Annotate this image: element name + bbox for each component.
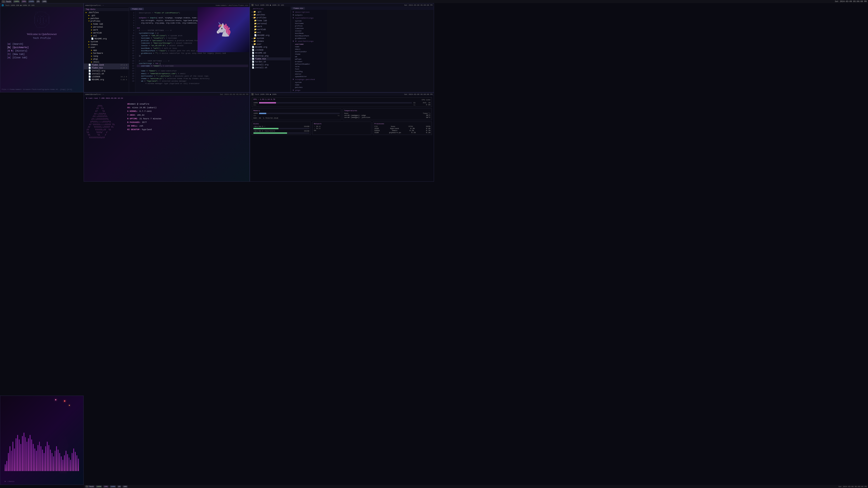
browser-menu-search[interactable]: [o] [Search] — [7, 43, 76, 45]
nf-arch-label: Y ARCH: — [127, 114, 136, 116]
q3-outline-user-theme[interactable]: theme — [291, 53, 327, 55]
q3-outline-user-username[interactable]: username — [291, 43, 327, 45]
q3-outline-sys-timezone[interactable]: timezone — [291, 27, 327, 30]
fm-item-pkgs[interactable]: ▶ pkgs — [84, 58, 129, 61]
fm-item-worklab[interactable]: ▶ worklab — [84, 31, 129, 34]
q3-tree-installsh[interactable]: 📄 install.sh — [250, 66, 290, 69]
browser-menu-closetab[interactable]: [x] [Close tab] — [7, 57, 76, 59]
temps-header: Name Temp(°) — [344, 112, 431, 114]
q3-outline-user-editor[interactable]: editor — [291, 73, 327, 75]
fm-item-wsl[interactable]: ▶ wsl — [84, 34, 129, 37]
fm-item-flakelock[interactable]: 📄 flake.lock 27.5 K — [84, 64, 129, 66]
q3-outline-sys-profile[interactable]: profile — [291, 25, 327, 27]
fm-item-readme1[interactable]: 📄 README.org — [84, 37, 129, 40]
fm-item-themes[interactable]: ▶ themes — [84, 43, 129, 46]
q3-tree-desktoppng[interactable]: 📄 desktop.png — [250, 55, 290, 57]
q3-outline-user-wm[interactable]: wm — [291, 55, 327, 58]
q3-outline-user-dotfiles[interactable]: dotfilesDir — [291, 51, 327, 53]
q3-tree-system-dir[interactable]: ▶📁 system — [250, 37, 290, 40]
q3-tree-git[interactable]: ▶📁 .git — [250, 10, 290, 13]
q3-tree-hardensh[interactable]: 📄 harden.sh — [250, 60, 290, 63]
main-editor-window: ⬛ Tech 100% 20% ◼ 100% 2S 10S Sat 2024-0… — [250, 3, 434, 92]
browser-menu-history[interactable]: [S h] [History] — [7, 50, 76, 52]
q3-tree-worklab[interactable]: 📁 worklab — [250, 28, 290, 31]
q3-outline-nix-system[interactable]: system — [291, 81, 327, 84]
q3-topbar: ⬛ Tech 100% 20% ◼ 100% 2S 10S Sat 2024-0… — [250, 3, 434, 6]
fm-lang-label: lang — [93, 55, 98, 57]
q3-outline-user-name[interactable]: name — [291, 45, 327, 48]
q3-outline-user-spawn[interactable]: spawnEditor — [291, 75, 327, 78]
fm-item-lang[interactable]: ▶ lang — [84, 55, 129, 58]
q3-tree-sidebar[interactable]: .dotfiles ▶📁 .git ▶📁 patches ▼📂 profiles… — [250, 6, 291, 92]
q3-outline-user-term[interactable]: term — [291, 65, 327, 68]
q3-outline-user-browser[interactable]: browser — [291, 60, 327, 63]
browser-menu-quickmarks[interactable]: [b] [Quickmarks] — [7, 46, 76, 49]
q3-tree-homelab[interactable]: 📁 home lab — [250, 19, 290, 22]
q3-outline-user-email[interactable]: email — [291, 48, 327, 51]
q3-outline-user-fontpkg[interactable]: fontPkg — [291, 70, 327, 73]
q3-outline-sys-hostname[interactable]: hostname — [291, 22, 327, 25]
q3-outline-user-defaultroam[interactable]: defaultRoamDir — [291, 63, 327, 65]
fm-item-work[interactable]: ▶ work — [84, 29, 129, 31]
fm-item-app[interactable]: ▶ app — [84, 49, 129, 52]
q3-tab-flakenix[interactable]: flake.nix — [291, 7, 305, 9]
neofetch-terminal: emmet@snowfire: ~ Sat 2024-03-09 05:06:0… — [84, 92, 250, 182]
fm-item-readme2[interactable]: 📄 README.org 4.08 K — [84, 78, 129, 81]
fm-item-homelab[interactable]: ▶ home lab — [84, 23, 129, 26]
q3-outline-sys-system[interactable]: system — [291, 20, 327, 22]
fm-item-install-org[interactable]: 📄 install.org — [84, 69, 129, 72]
fm-item-system[interactable]: ▶ system — [84, 40, 129, 43]
q3-tree-themes[interactable]: ▶📁 themes — [250, 40, 290, 43]
fm-item-dotfiles[interactable]: ▶ .dotfiles — [84, 11, 129, 14]
q3-outline-user-font[interactable]: font — [291, 68, 327, 70]
q3-tree-readmeorg[interactable]: 📄 README.org — [250, 34, 290, 37]
q3-tree-personal[interactable]: 📁 personal — [250, 22, 290, 25]
q3-tree-installorg[interactable]: 📄 install.org — [250, 63, 290, 66]
q3-tree-work[interactable]: 📁 work — [250, 25, 290, 28]
q3-tree-readmeorg2[interactable]: 📄 README.org — [250, 46, 290, 48]
q3-outline-sys-bootmount[interactable]: bootMountPath — [291, 35, 327, 37]
q3-tree-patches[interactable]: ▶📁 patches — [250, 13, 290, 16]
fm-homelab-label: home lab — [93, 23, 103, 25]
fm-item-install-sh[interactable]: 📄 install.sh — [84, 72, 129, 75]
proc-list: 2520 Hyprland 0.3% 0.4% 55631 emacs 0.2%… — [374, 127, 430, 133]
q3-tree-user[interactable]: ▶📁 user — [250, 43, 290, 46]
fm-item-git[interactable]: ▶ .git — [84, 14, 129, 17]
disk-bar-1 — [253, 128, 309, 129]
proc-row-3: 3186 pipewire-pu 0.1% 0.1% — [374, 131, 430, 133]
temp-name-1: card0 (amdgpu): edge — [344, 114, 366, 116]
editor-tab-flakenix[interactable]: flake.nix — [130, 8, 144, 10]
folder-icon: ▶ — [88, 17, 90, 20]
browser-menu-newtab[interactable]: [t] [New tab] — [7, 53, 76, 56]
proc-row-2: 55631 emacs 0.2% 0.7% — [374, 129, 430, 131]
q3-outline-sys-grub[interactable]: grubDevice — [291, 37, 327, 39]
q3-tree-readmemd[interactable]: 📄 README.md — [250, 52, 290, 55]
q3-outline-outputs[interactable]: ▼ outputs — [291, 14, 327, 16]
q3-outline-nix-patches[interactable]: patches — [291, 86, 327, 89]
q3-tree-flakenix[interactable]: 📄 flake.nix — [250, 57, 290, 60]
fm-item-personal[interactable]: ▶ personal — [84, 26, 129, 29]
q3-outline-nix-name[interactable]: name — [291, 84, 327, 86]
q3-outline-sys-locale[interactable]: locale — [291, 30, 327, 32]
nf-desktop-value: hyprland — [142, 129, 152, 131]
temp-row-2: card0 (amdgpu): junction 58°C — [344, 116, 431, 119]
q3-outline-sys-bootmode[interactable]: bootMode — [291, 32, 327, 35]
fm-item-license[interactable]: 📄 LICENSE 34.2 K — [84, 75, 129, 78]
fm-item-hardware[interactable]: ▶ hardware — [84, 52, 129, 55]
file-manager-panel[interactable]: Tmp-Dots ▶ .dotfiles ▶ .git ▶ patches ▼ … — [84, 7, 129, 92]
fm-item-user[interactable]: ▼ user — [84, 46, 129, 49]
q3-outline-pkgs-system[interactable]: system — [291, 92, 327, 92]
q3-tree-profiles[interactable]: ▼📂 profiles — [250, 16, 290, 19]
q3-tree-wsl[interactable]: 📁 wsl — [250, 31, 290, 34]
q3-outline-user-wmtype[interactable]: wmType — [291, 58, 327, 60]
fm-item-flakenix[interactable]: 📄 flake.nix 2.26 K — [84, 66, 129, 69]
sysmon-bottom-row: Disks /dev/dm-0 / 564GB /dev/dm-0 /nix/s… — [252, 122, 432, 135]
proc-pid-col: PID — [374, 125, 377, 127]
processes-title: Processes — [374, 123, 430, 125]
temp-row-1: card0 (amdgpu): edge 49°C — [344, 114, 431, 116]
fm-item-profiles[interactable]: ▼ profiles — [84, 20, 129, 23]
cpu-usage-value: 11 — [413, 102, 415, 104]
fm-item-patches[interactable]: ▶ patches — [84, 17, 129, 20]
fm-item-shell[interactable]: ▶ shell — [84, 61, 129, 64]
q3-tree-license[interactable]: 📄 LICENSE — [250, 48, 290, 52]
